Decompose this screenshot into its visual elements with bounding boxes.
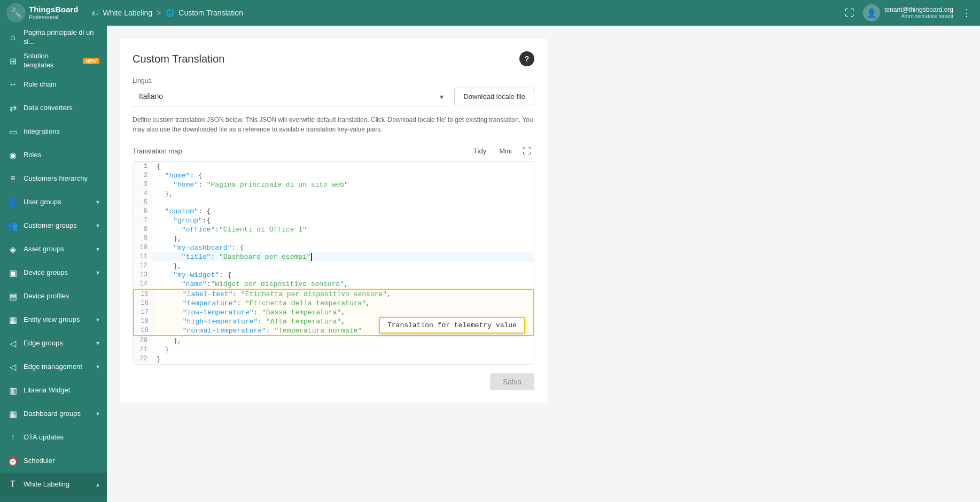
sidebar-item-device-groups[interactable]: ▣ Device groups ▾ [0,261,107,284]
logo-icon: 🔧 [6,3,26,22]
customer-groups-icon: 👥 [7,221,18,231]
sidebar-item-label: Customers hierarchy [24,174,88,183]
user-groups-icon: 👤 [7,197,18,207]
user-role: Amministratore tenant [884,13,953,20]
topbar: 🔧 ThingsBoard Professional 🏷 White Label… [0,0,980,26]
lingua-select[interactable]: Italiano English Deutsch Français Españo… [133,87,448,106]
breadcrumb-icon-1: 🏷 [91,9,99,17]
sidebar-item-label: Libreria Widget [24,386,70,395]
sidebar-item-roles[interactable]: ◉ Roles [0,143,107,167]
help-button[interactable]: ? [519,51,534,66]
sidebar-item-white-labeling[interactable]: T White Labeling ▴ [0,473,107,496]
main-content: Custom Translation ? Lingua Italiano Eng… [107,26,980,502]
breadcrumb-icon-2: 🌐 [165,9,174,17]
sidebar-item-customer-groups[interactable]: 👥 Customer groups ▾ [0,214,107,237]
sidebar-item-libreria-widget[interactable]: ▥ Libreria Widget [0,379,107,402]
sidebar-item-label: Edge management [24,362,82,372]
entity-view-groups-icon: ▦ [7,315,18,325]
roles-icon: ◉ [7,150,18,160]
code-line: 22 } [133,354,534,364]
sidebar-item-label: Integrations [24,127,60,136]
sidebar-item-customers-hierarchy[interactable]: ≡ Customers hierarchy [0,167,107,190]
sidebar-item-user-groups[interactable]: 👤 User groups ▾ [0,190,107,214]
code-line: 9 }, [133,234,534,243]
grid-icon: ⊞ [7,56,18,66]
breadcrumb: 🏷 White Labeling > 🌐 Custom Translation [91,9,243,17]
editor-actions: Tidy Mini ⛶ [468,145,534,157]
integrations-icon: ▭ [7,127,18,137]
rule-chain-icon: ↔ [7,80,18,89]
white-labeling-icon: T [7,480,18,489]
translation-section-header: Translation map Tidy Mini ⛶ [133,145,534,157]
user-email: tenant@thingsboard.org [884,6,953,13]
dashboard-groups-icon: ▦ [7,409,18,419]
hierarchy-icon: ≡ [7,174,18,183]
page-card: Custom Translation ? Lingua Italiano Eng… [120,38,547,403]
edge-groups-icon: ◁ [7,338,18,349]
logo-sub: Professional [29,14,79,20]
lingua-row: Italiano English Deutsch Français Españo… [133,87,534,106]
chevron-down-icon: ▾ [96,269,99,276]
code-line: 6 "custom": { [133,207,534,216]
sidebar-item-asset-groups[interactable]: ◈ Asset groups ▾ [0,237,107,261]
sidebar-item-data-converters[interactable]: ⇄ Data converters [0,96,107,120]
fullscreen-button[interactable]: ⛶ [519,145,534,157]
expand-button[interactable]: ⛶ [843,5,857,21]
chevron-down-icon: ▾ [96,339,99,347]
asset-groups-icon: ◈ [7,244,18,254]
sidebar-item-entity-view-groups[interactable]: ▦ Entity view groups ▾ [0,308,107,331]
sidebar-item-label: Device groups [24,268,68,277]
sidebar-item-label: Edge groups [24,339,63,348]
sidebar-item-edge-management[interactable]: ◁ Edge management ▾ [0,355,107,379]
sidebar-item-dashboard-groups[interactable]: ▦ Dashboard groups ▾ [0,402,107,426]
lingua-label: Lingua [133,77,534,84]
code-editor[interactable]: 1 { 2 "home": { 3 "home": "Pagina princi… [133,161,534,365]
code-line: 16 "temperature": "Etichetta della tempe… [134,299,533,308]
user-menu[interactable]: 👤 tenant@thingsboard.org Amministratore … [863,4,953,21]
sidebar-item-label: Pagina principale di un si... [24,28,99,47]
sidebar: ⌂ Pagina principale di un si... ⊞ Soluti… [0,26,107,502]
logo-text: ThingsBoard Professional [29,5,79,20]
tidy-button[interactable]: Tidy [468,145,492,157]
code-line: 20 }, [133,336,534,345]
ota-updates-icon: ↑ [7,433,18,442]
sidebar-item-label: Entity view groups [24,315,80,325]
download-locale-button[interactable]: Download locale file [454,88,534,105]
sidebar-item-label: Data converters [24,104,73,113]
code-line: 17 "low-temperature": "Bassa temperatura… [134,308,533,317]
sidebar-item-label: Device profiles [24,292,69,301]
code-line: 7 "group":{ [133,216,534,225]
sidebar-item-edge-groups[interactable]: ◁ Edge groups ▾ [0,331,107,355]
sidebar-item-device-profiles[interactable]: ▤ Device profiles [0,284,107,308]
sidebar-item-solution-templates[interactable]: ⊞ Solution templates NEW [0,49,107,73]
code-line: 3 "home": "Pagina principale di un sito … [133,180,534,189]
code-line: 21 } [133,345,534,354]
sidebar-item-label: Asset groups [24,245,64,254]
code-line: 10 "my-dashboard": { [133,243,534,252]
more-button[interactable]: ⋮ [960,5,974,21]
save-button[interactable]: Salva [490,373,534,390]
sidebar-item-scheduler[interactable]: ⏰ Scheduler [0,449,107,473]
sidebar-item-label: Customer groups [24,221,77,230]
new-badge: NEW [83,58,99,64]
sidebar-item-label: Rule chain [24,80,56,89]
code-line: 15 "label-text": "Etichetta per disposit… [134,290,533,299]
sidebar-item-integrations[interactable]: ▭ Integrations [0,120,107,143]
sidebar-item-label: Solution templates [24,52,75,70]
page-title-row: Custom Translation ? [133,51,534,66]
sidebar-item-white-labeling-sub[interactable]: T White Labeling [0,496,107,502]
chevron-down-icon: ▾ [96,316,99,323]
code-line: 14 "name":"Widget per dispositivo sensor… [133,280,534,289]
code-line: 13 "my-widget": { [133,271,534,280]
sidebar-item-rule-chain[interactable]: ↔ Rule chain [0,73,107,96]
widget-library-icon: ▥ [7,385,18,396]
breadcrumb-item-1[interactable]: White Labeling [103,9,153,17]
mini-button[interactable]: Mini [494,145,517,157]
topbar-logo[interactable]: 🔧 ThingsBoard Professional [6,3,79,22]
code-line: 4 }, [133,189,534,198]
sidebar-item-ota-updates[interactable]: ↑ OTA updates [0,426,107,449]
chevron-down-icon: ▾ [96,245,99,253]
code-line: 12 }, [133,261,534,271]
sidebar-item-home[interactable]: ⌂ Pagina principale di un si... [0,26,107,49]
avatar: 👤 [863,4,880,21]
